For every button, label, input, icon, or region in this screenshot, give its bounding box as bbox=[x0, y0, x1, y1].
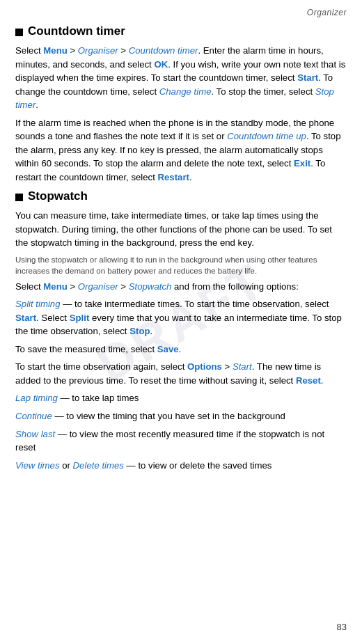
page-number: 83 bbox=[337, 621, 347, 634]
lap-timing-link: Lap timing bbox=[15, 393, 58, 403]
stopwatch-heading: Stopwatch bbox=[15, 188, 347, 205]
heading-square-icon bbox=[15, 29, 23, 36]
exit-link: Exit bbox=[294, 158, 310, 168]
restart-link: Restart bbox=[158, 172, 189, 182]
stopwatch-link: Stopwatch bbox=[129, 281, 172, 292]
options-link: Options bbox=[187, 361, 222, 372]
options-start-para: To start the time observation again, sel… bbox=[15, 360, 347, 387]
countdown-para-2: If the alarm time is reached when the ph… bbox=[15, 116, 347, 184]
split-timing-link: Split timing bbox=[15, 299, 61, 309]
countdown-para-1: Select Menu > Organiser > Countdown time… bbox=[15, 44, 347, 112]
heading-square-icon-2 bbox=[15, 194, 23, 201]
reset-link: Reset bbox=[296, 375, 321, 386]
header-title: Organizer bbox=[307, 8, 347, 17]
view-times-link: View times bbox=[15, 460, 60, 471]
menu-link-2: Menu bbox=[43, 281, 67, 292]
delete-times-link: Delete times bbox=[73, 460, 124, 471]
organiser-link-2: Organiser bbox=[78, 281, 118, 292]
save-link: Save bbox=[157, 344, 179, 354]
lap-timing-para: Lap timing — to take lap times bbox=[15, 391, 347, 405]
show-last-link: Show last bbox=[15, 429, 55, 439]
stop-link: Stop bbox=[129, 326, 150, 336]
ok-link: OK bbox=[154, 59, 168, 70]
countdown-timer-link: Countdown timer bbox=[129, 45, 198, 56]
start-link-1: Start bbox=[297, 72, 318, 83]
stopwatch-para-1: You can measure time, take intermediate … bbox=[15, 209, 347, 250]
stopwatch-warning: Using the stopwatch or allowing it to ru… bbox=[15, 254, 347, 276]
split-link: Split bbox=[70, 313, 90, 323]
save-para: To save the measured time, select Save. bbox=[15, 343, 347, 356]
organiser-link-1: Organiser bbox=[78, 45, 118, 56]
stopwatch-para-2: Select Menu > Organiser > Stopwatch and … bbox=[15, 280, 347, 294]
stopwatch-title: Stopwatch bbox=[28, 188, 88, 205]
start-link-2: Start bbox=[15, 313, 36, 323]
start-italic-link: Start bbox=[233, 361, 252, 372]
view-delete-times-para: View times or Delete times — to view or … bbox=[15, 459, 347, 473]
continue-para: Continue — to view the timing that you h… bbox=[15, 409, 347, 423]
countdown-time-up-link: Countdown time up bbox=[227, 131, 306, 141]
countdown-timer-heading: Countdown timer bbox=[15, 23, 347, 40]
countdown-timer-title: Countdown timer bbox=[28, 23, 125, 40]
change-time-link: Change time bbox=[159, 86, 212, 97]
show-last-para: Show last — to view the most recently me… bbox=[15, 427, 347, 455]
menu-link-1: Menu bbox=[43, 45, 67, 56]
page-header: Organizer bbox=[15, 7, 347, 19]
split-timing-para: Split timing — to take intermediate time… bbox=[15, 297, 347, 338]
continue-link: Continue bbox=[15, 411, 52, 421]
